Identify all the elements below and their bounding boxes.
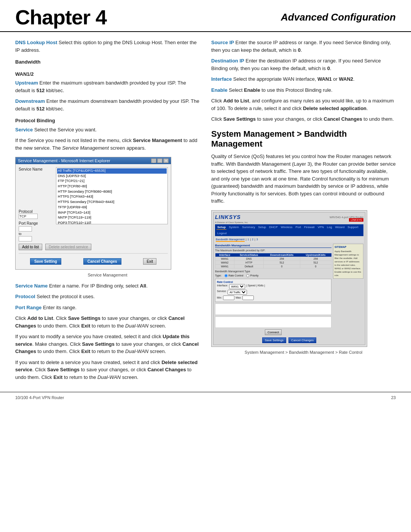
- nav-logout[interactable]: Logout: [217, 231, 227, 235]
- rc-interface-label: Interface:: [217, 284, 228, 289]
- svc-list-item-6[interactable]: HTTPS [TCP/443~443]: [57, 194, 167, 200]
- port-to-input[interactable]: [19, 236, 32, 241]
- nav-wizard[interactable]: Wizard: [334, 225, 345, 230]
- router-cancel-btn[interactable]: Cancel Changes: [288, 337, 316, 343]
- service-list[interactable]: All Traffic [TCP&UDP/1~65535] DNS [UDP/5…: [56, 167, 168, 224]
- save-settings-3: Save Settings: [47, 367, 80, 372]
- delete-para: If you want to delete a service you have…: [15, 359, 200, 381]
- rc-type-label: | Speed | Kbits |: [246, 284, 265, 289]
- source-ip-text2: .: [301, 47, 302, 53]
- nav-system[interactable]: System: [228, 225, 240, 230]
- add-to-list-btn[interactable]: Add to list: [19, 244, 42, 250]
- th-service: Service/Status: [234, 253, 264, 257]
- upstream-text2: kbit/sec.: [45, 88, 64, 93]
- save-text3: to undo them.: [362, 116, 394, 122]
- nav-wireless[interactable]: Wireless: [280, 225, 293, 230]
- add-to-list-para: Click Add to List, and configure as many…: [211, 97, 396, 112]
- linksys-subtitle: A Division of Cisco Systems, Inc.: [215, 221, 248, 224]
- modify-text4: to undo them. Click: [36, 348, 81, 354]
- priority-radio[interactable]: [246, 274, 249, 277]
- nav-support[interactable]: Support: [347, 225, 359, 230]
- save-setting-btn[interactable]: Save Setting: [30, 258, 61, 265]
- rc-interface-select[interactable]: WAN1WAN2: [229, 284, 245, 289]
- port-from-input[interactable]: [19, 226, 32, 232]
- rc-min-input[interactable]: [223, 296, 234, 300]
- svc-list-item-1[interactable]: All Traffic [TCP&UDP/1~65535]: [57, 168, 167, 174]
- rc-min-label: Min:: [217, 296, 222, 299]
- exit-btn[interactable]: Exit: [143, 258, 156, 265]
- nav-vpn[interactable]: VPN: [317, 225, 325, 230]
- status-indicator: LINKSYS: [349, 218, 363, 222]
- td-wan1-2: WAN1: [215, 264, 234, 268]
- rc-service-select[interactable]: All Traffic: [228, 290, 247, 295]
- save-settings-2: Save Settings: [82, 341, 115, 347]
- delete-text5: to return to the: [62, 374, 97, 380]
- rc-max-input[interactable]: [242, 296, 254, 300]
- rate-control-label: Rate Control: [228, 274, 243, 277]
- subnav-bw-mgmt[interactable]: Bandwidth Management: [216, 238, 245, 242]
- modify-text5: to return to the: [90, 348, 125, 354]
- close-btn[interactable]: ✕: [163, 158, 169, 163]
- cancel-changes-btn[interactable]: Cancel Changes: [83, 258, 121, 265]
- svc-list-item-3[interactable]: FTP [TCP/21~21]: [57, 179, 167, 184]
- wan-heading: WAN1/2: [15, 70, 200, 78]
- nav-log[interactable]: Log: [326, 225, 333, 230]
- service-text: Select the Service you want.: [33, 127, 97, 133]
- port-to-label: to: [19, 232, 53, 236]
- exit-label: Exit: [81, 323, 90, 329]
- nav-setup[interactable]: Setup: [217, 225, 226, 230]
- svc-list-item-7[interactable]: HTTPS Secondary [TCP/8443~8443]: [57, 200, 167, 205]
- td-256-2: 256: [300, 257, 331, 260]
- rc-max-label: Max:: [236, 296, 241, 299]
- svc-list-item-8[interactable]: TFTP [UDP/69~69]: [57, 205, 167, 210]
- source-ip-term: Source IP: [211, 40, 234, 45]
- delete-text3: to save your changes, or click: [80, 367, 147, 372]
- nav-firewall[interactable]: Firewall: [303, 225, 315, 230]
- svc-list-item-4[interactable]: HTTP [TCP/80~80]: [57, 184, 167, 189]
- td-dns: DNS: [234, 257, 264, 260]
- protocol-value[interactable]: TCP: [19, 214, 38, 219]
- empty-table-area-2: [215, 316, 331, 328]
- svc-list-item-5[interactable]: HTTP Secondary [TCP/8080~8080]: [57, 189, 167, 195]
- screenshot-body: Service Name Protocol TCP Port Range t: [16, 164, 171, 269]
- subnav-5[interactable]: |: [255, 238, 255, 242]
- empty-table-area: [215, 304, 331, 315]
- bandwidth-type-label: Bandwidth Management Type: [215, 270, 331, 273]
- page-footer: 10/100 4-Port VPN Router 23: [0, 392, 411, 403]
- save-note-text: Click: [211, 116, 223, 122]
- rate-control-option[interactable]: Rate Control: [225, 274, 243, 277]
- subnav-6[interactable]: 3: [256, 238, 258, 242]
- router-save-btn[interactable]: Save Settings: [262, 337, 286, 343]
- subnav-2[interactable]: 1: [247, 238, 249, 242]
- svc-list-item-2[interactable]: DNS [UDP/53~53]: [57, 174, 167, 179]
- svc-list-item-10[interactable]: NNTP [TCP/119~119]: [57, 215, 167, 220]
- sitemap-label: SITEMAP: [335, 245, 362, 249]
- subnav-1[interactable]: |: [246, 238, 247, 242]
- modify-text2: . Make changes. Click: [32, 341, 82, 347]
- delete-selected-btn[interactable]: Delete selected service: [45, 244, 91, 250]
- minimize-btn[interactable]: _: [151, 158, 156, 163]
- table-row-2: WAN2 HTTP 512 512: [215, 260, 331, 264]
- th-upstream: Upstream/Kbits: [300, 253, 331, 257]
- rate-control-radio[interactable]: [225, 274, 228, 277]
- modify-para: If you want to modify a service you have…: [15, 333, 200, 355]
- rc-service-label: Service:: [217, 290, 226, 295]
- enable-para: Enable Select Enable to use this Protoco…: [211, 86, 396, 94]
- screenshot-titlebar: Service Management - Microsoft Internet …: [16, 157, 171, 164]
- nav-summary[interactable]: Summary: [241, 225, 256, 230]
- svc-list-item-11[interactable]: POP3 [TCP/110~110]: [57, 220, 167, 224]
- priority-option[interactable]: Priority: [246, 274, 258, 277]
- enable-text2: to use this Protocol Binding rule.: [260, 87, 333, 93]
- nav-dhcp[interactable]: DHCP: [268, 225, 279, 230]
- connect-btn[interactable]: Connect: [265, 329, 282, 335]
- delete-text2: . Click: [32, 367, 47, 372]
- svc-list-item-9[interactable]: IMAP [TCP/143~143]: [57, 210, 167, 216]
- subnav-3[interactable]: |: [250, 238, 251, 242]
- rate-control-section: Rate Control Interface: WAN1WAN2 | Speed…: [215, 279, 331, 302]
- nav-port[interactable]: Port: [295, 225, 302, 230]
- nav-setup2[interactable]: Setup: [257, 225, 267, 230]
- th-interface: Interface: [215, 253, 234, 257]
- subnav-4[interactable]: 2: [252, 238, 253, 242]
- maximize-btn[interactable]: □: [157, 158, 162, 163]
- dual-wan-italic: Dual-WAN: [125, 323, 148, 329]
